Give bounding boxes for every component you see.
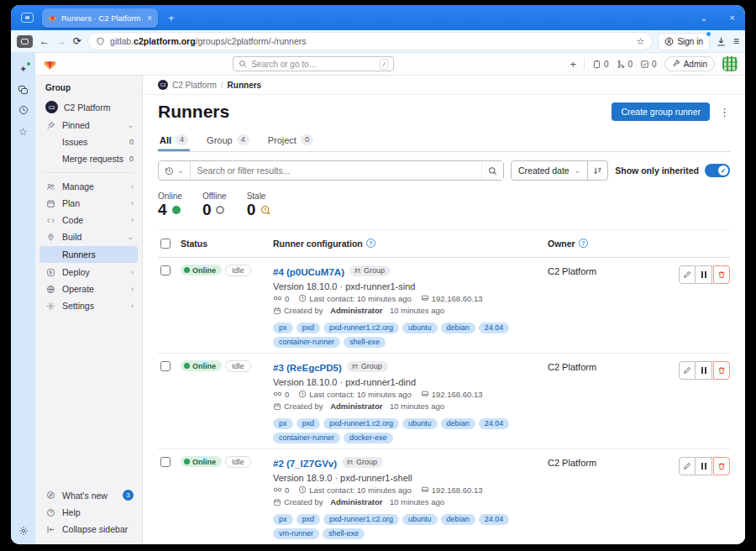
filter-search-button[interactable] [481, 161, 503, 180]
row-select-checkbox[interactable] [160, 361, 171, 371]
url-bar[interactable]: gitlab.c2platform.org/groups/c2platform/… [88, 33, 652, 50]
owner-link[interactable]: C2 Platform [548, 264, 678, 276]
runner-link[interactable]: #2 (7_lZ7GVv) [273, 459, 337, 469]
runners-table: Status Runner configuration? Owner? Onli… [158, 229, 730, 544]
browser-tab[interactable]: Runners · C2 Platform · ( × [42, 8, 158, 28]
item-count: 0 [129, 138, 134, 146]
clock-icon [298, 485, 307, 494]
filter-search-input[interactable] [191, 165, 481, 176]
sidebar-item-issues[interactable]: Issues 0 [35, 134, 142, 150]
sidebar-item-plan[interactable]: Plan › [35, 195, 142, 212]
create-group-runner-button[interactable]: Create group runner [612, 102, 710, 121]
user-avatar[interactable] [722, 56, 738, 71]
gitlab-logo[interactable] [43, 57, 57, 71]
stat-label: Offline [202, 192, 227, 201]
sidebar-item-help[interactable]: Help [35, 504, 142, 521]
sort-direction-button[interactable] [588, 160, 608, 181]
todos-counter[interactable]: 0 [640, 60, 657, 69]
delete-runner-button[interactable] [713, 361, 730, 380]
back-button[interactable]: ← [39, 36, 50, 46]
extension-save-icon[interactable] [716, 36, 727, 47]
menu-icon[interactable]: ≡ [733, 35, 739, 47]
ai-sparkle-icon[interactable]: ✦ [19, 64, 27, 75]
pin-icon [45, 121, 56, 130]
edit-runner-button[interactable] [679, 457, 696, 475]
show-only-inherited-toggle[interactable]: ✓ [705, 164, 730, 177]
filter-history-button[interactable]: ⌄ [159, 161, 191, 180]
created-info: Created by Administrator 10 minutes ago [273, 497, 444, 506]
row-select-checkbox[interactable] [160, 265, 171, 276]
tag-list: pxpxdpxd-runner1.c2.orgubuntudebian24.04… [273, 418, 548, 443]
collapse-sidebar-button[interactable]: Collapse sidebar [35, 521, 142, 538]
sidebar-item-runners[interactable]: Runners [39, 246, 138, 263]
create-new-icon[interactable]: + [570, 58, 576, 71]
global-search-input[interactable]: Search or go to… / [233, 56, 394, 71]
merge-requests-counter[interactable]: 0 [617, 60, 633, 69]
pause-runner-button[interactable] [696, 457, 712, 475]
sidebar-item-build[interactable]: Build ⌄ [35, 228, 142, 245]
delete-runner-button[interactable] [713, 265, 730, 284]
edit-runner-button[interactable] [679, 265, 696, 284]
clock-icon [298, 294, 307, 302]
sidebar-item-pinned[interactable]: Pinned ⌄ [35, 117, 142, 134]
tab-close-icon[interactable]: × [147, 13, 152, 23]
sidebar-item-whats-new[interactable]: What's new 3 [35, 486, 142, 504]
sidebar-item-merge-requests[interactable]: Merge requests 0 [35, 150, 142, 167]
row-select-checkbox[interactable] [160, 457, 171, 467]
tab-overview-icon[interactable] [21, 13, 34, 23]
sort-label: Created date [518, 165, 570, 176]
column-header-status: Status [181, 239, 273, 249]
delete-runner-button[interactable] [713, 457, 730, 475]
tag-list: pxpxdpxd-runner1.c2.orgubuntudebian24.04… [273, 514, 548, 539]
sidebar-item-manage[interactable]: Manage › [35, 178, 142, 195]
runner-link[interactable]: #3 (ReEgcPD5) [273, 363, 342, 373]
shield-icon[interactable] [96, 37, 105, 46]
tab-label: Group [207, 135, 233, 145]
forward-button[interactable]: → [56, 36, 66, 46]
bookmark-star-icon[interactable]: ☆ [637, 36, 645, 47]
edit-runner-button[interactable] [679, 361, 696, 380]
runner-link[interactable]: #4 (p0UCuM7A) [273, 267, 344, 277]
runner-ip: 192.168.60.13 [421, 390, 483, 399]
runner-tag: 24.04 [479, 418, 510, 429]
stat-online: Online 4 [158, 192, 182, 219]
window-minimize-icon[interactable]: ⌄ [700, 13, 707, 24]
host-icon [421, 294, 429, 302]
runner-ip: 192.168.60.13 [421, 485, 483, 495]
reload-button[interactable]: ⟳ [73, 36, 81, 46]
history-clock-icon[interactable] [18, 105, 29, 115]
sidebar-item-code[interactable]: Code › [35, 212, 142, 228]
sign-in-button[interactable]: Sign in [659, 34, 709, 50]
issues-counter[interactable]: 0 [592, 60, 609, 69]
select-all-checkbox[interactable] [160, 239, 171, 249]
new-tab-button[interactable]: + [168, 12, 175, 24]
tabs-icon[interactable] [18, 86, 28, 94]
tab-count-badge: 4 [237, 134, 249, 145]
sidebar-item-settings[interactable]: Settings › [35, 297, 142, 314]
bookmarks-star-icon[interactable]: ☆ [18, 126, 28, 138]
owner-link[interactable]: C2 Platform [548, 359, 678, 372]
breadcrumb-group-link[interactable]: C2 Platform [172, 81, 217, 90]
tab-project[interactable]: Project 0 [266, 129, 315, 151]
tab-all[interactable]: All 4 [158, 129, 190, 151]
pause-runner-button[interactable] [696, 361, 712, 380]
help-question-icon[interactable]: ? [366, 239, 375, 248]
sidebar-toggle-button[interactable] [17, 35, 33, 48]
sidebar-item-operate[interactable]: Operate › [35, 281, 142, 297]
trash-icon [717, 270, 726, 279]
rocket-icon [45, 233, 56, 242]
tab-group[interactable]: Group 4 [205, 129, 251, 151]
pause-runner-button[interactable] [696, 265, 712, 284]
runner-tag: px [273, 418, 293, 429]
sort-dropdown[interactable]: Created date ⌄ [511, 160, 588, 181]
sidebar-group-item[interactable]: C2 C2 Platform [35, 97, 142, 117]
admin-button[interactable]: Admin [664, 56, 715, 71]
kebab-menu-icon[interactable]: ⋮ [719, 106, 730, 118]
help-question-icon[interactable]: ? [579, 239, 588, 248]
sidebar-item-deploy[interactable]: Deploy › [35, 264, 142, 281]
settings-gear-icon[interactable] [18, 526, 29, 536]
window-close-icon[interactable]: × [730, 13, 735, 23]
sidebar-item-label: Help [62, 507, 81, 517]
jobs-icon [273, 391, 282, 397]
owner-link[interactable]: C2 Platform [548, 455, 678, 468]
